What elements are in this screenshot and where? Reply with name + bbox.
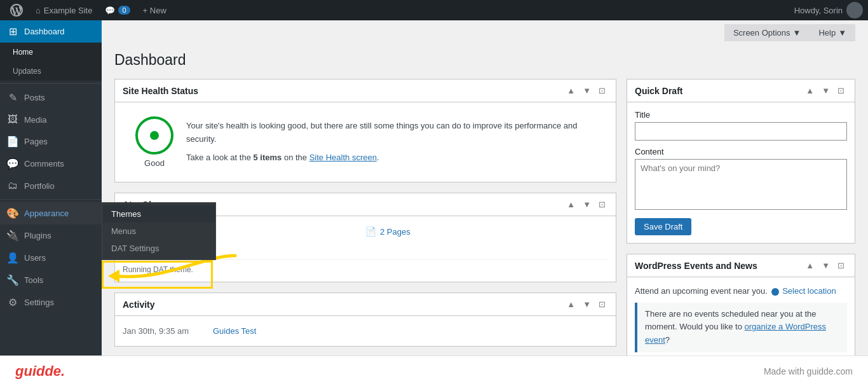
select-location-link[interactable]: Select location: [782, 286, 836, 296]
wp-events-body: Attend an upcoming event near you. Selec…: [627, 277, 855, 360]
pages-icon: 📄: [6, 135, 19, 148]
activity-box: Activity ▲ ▼ ⊡ Jan 30th, 9:35 am Guides …: [114, 293, 616, 347]
wp-events-box: WordPress Events and News ▲ ▼ ⊡ Attend a…: [627, 254, 855, 361]
help-arrow: ▼: [838, 28, 846, 38]
admin-bar: ⌂ Example Site 💬 0 + New Howdy, Sorin: [0, 0, 868, 20]
events-collapse-up[interactable]: ▲: [803, 259, 817, 272]
activity-toggle[interactable]: ⊡: [596, 298, 608, 310]
pages-glance-icon: 📄: [365, 226, 376, 237]
sidebar: ⊞ Dashboard Home Updates ✎ Posts: [0, 20, 102, 386]
site-health-header: Site Health Status ▲ ▼ ⊡: [115, 79, 616, 102]
appearance-submenu: Themes Menus DAT Settings: [102, 202, 216, 260]
health-circle-wrap: Good: [123, 110, 186, 174]
health-circle-inner: [150, 131, 159, 140]
dashboard-columns: Site Health Status ▲ ▼ ⊡: [114, 79, 855, 361]
content-label: Content: [635, 147, 847, 156]
activity-collapse-up[interactable]: ▲: [564, 298, 578, 310]
events-intro: Attend an upcoming event near you. Selec…: [635, 285, 847, 298]
quick-draft-title: Quick Draft: [635, 86, 682, 96]
health-message: Your site's health is looking good, but …: [186, 120, 608, 146]
site-name-menu[interactable]: ⌂ Example Site: [31, 0, 97, 20]
activity-title: Activity: [123, 300, 155, 310]
title-label: Title: [635, 110, 847, 120]
activity-controls: ▲ ▼ ⊡: [564, 298, 608, 310]
save-draft-button[interactable]: Save Draft: [635, 218, 691, 235]
sidebar-item-home[interactable]: Home: [0, 43, 102, 62]
sidebar-item-pages[interactable]: 📄 Pages: [0, 130, 102, 153]
qdraft-collapse-down[interactable]: ▼: [819, 85, 832, 97]
screen-options-button[interactable]: Screen Options ▼: [724, 24, 810, 41]
toggle-btn[interactable]: ⊡: [596, 85, 608, 97]
main-content: Screen Options ▼ Help ▼ Dashboard Site H…: [102, 20, 868, 386]
health-row: Good Your site's health is looking good,…: [123, 110, 608, 174]
draft-content-textarea[interactable]: [635, 159, 847, 210]
wp-events-controls: ▲ ▼ ⊡: [803, 259, 847, 272]
comment-count-badge: 0: [118, 6, 130, 15]
help-button[interactable]: Help ▼: [810, 24, 855, 41]
glance-collapse-up[interactable]: ▲: [564, 198, 578, 210]
glance-collapse-down[interactable]: ▼: [580, 198, 593, 210]
sidebar-item-plugins[interactable]: 🔌 Plugins: [0, 224, 102, 247]
wp-events-title: WordPress Events and News: [635, 261, 757, 271]
sidebar-item-users[interactable]: 👤 Users: [0, 247, 102, 269]
wp-events-header: WordPress Events and News ▲ ▼ ⊡: [627, 254, 855, 277]
qdraft-toggle[interactable]: ⊡: [835, 85, 847, 97]
sidebar-item-dashboard[interactable]: ⊞ Dashboard: [0, 20, 102, 43]
adminbar-right: Howdy, Sorin: [794, 2, 863, 18]
submenu-item-dat-settings[interactable]: DAT Settings: [102, 240, 215, 257]
no-events-box: There are no events scheduled near you a…: [635, 303, 847, 352]
sidebar-item-comments[interactable]: 💬 Comments: [0, 153, 102, 175]
activity-post-link[interactable]: Guides Test: [213, 326, 256, 336]
user-avatar[interactable]: [846, 2, 863, 18]
page-title: Dashboard: [114, 52, 855, 69]
users-icon: 👤: [6, 252, 19, 264]
at-a-glance-controls: ▲ ▼ ⊡: [564, 198, 608, 210]
health-status-label: Good: [144, 158, 165, 168]
quick-draft-controls: ▲ ▼ ⊡: [803, 85, 847, 97]
health-circle: [135, 116, 173, 155]
sidebar-item-portfolio[interactable]: 🗂 Portfolio: [0, 175, 102, 196]
site-health-box: Site Health Status ▲ ▼ ⊡: [114, 79, 616, 183]
submenu-item-menus[interactable]: Menus: [102, 223, 215, 240]
guidde-tagline: Made with guidde.com: [764, 366, 853, 376]
new-content-menu[interactable]: + New: [138, 0, 172, 20]
guidde-logo: guidde.: [15, 363, 65, 380]
tools-icon: 🔧: [6, 274, 19, 286]
comments-menu[interactable]: 💬 0: [100, 0, 135, 20]
site-health-link[interactable]: Site Health screen: [309, 153, 377, 162]
sidebar-item-tools[interactable]: 🔧 Tools: [0, 269, 102, 291]
comments-icon: 💬: [6, 158, 19, 170]
activity-body: Jan 30th, 9:35 am Guides Test: [115, 316, 616, 346]
events-collapse-down[interactable]: ▼: [819, 259, 832, 272]
activity-header: Activity ▲ ▼ ⊡: [115, 293, 616, 316]
wp-logo-menu[interactable]: [5, 0, 28, 20]
activity-item: Jan 30th, 9:35 am Guides Test: [123, 324, 608, 338]
draft-title-input[interactable]: [635, 122, 847, 141]
dashboard-icon: ⊞: [6, 25, 19, 38]
sidebar-item-media[interactable]: 🖼 Media: [0, 109, 102, 130]
sidebar-item-settings[interactable]: ⚙ Settings: [0, 291, 102, 314]
screen-options-arrow: ▼: [793, 28, 801, 38]
activity-collapse-down[interactable]: ▼: [580, 298, 593, 310]
quick-draft-body: Title Content Save Draft: [627, 102, 855, 243]
glance-wp-info: Running DAT theme.: [123, 259, 608, 274]
right-column: Quick Draft ▲ ▼ ⊡ Title Content: [627, 79, 855, 361]
sidebar-item-appearance[interactable]: 🎨 Appearance Themes Menus DAT Settings: [0, 202, 102, 224]
glance-toggle[interactable]: ⊡: [596, 198, 608, 210]
home-icon: ⌂: [36, 6, 41, 15]
events-toggle[interactable]: ⊡: [835, 259, 847, 272]
sidebar-item-updates[interactable]: Updates: [0, 62, 102, 81]
qdraft-collapse-up[interactable]: ▲: [803, 85, 817, 97]
glance-pages[interactable]: 📄 2 Pages: [365, 224, 608, 239]
submenu-item-themes[interactable]: Themes: [102, 205, 215, 223]
collapse-up-btn[interactable]: ▲: [564, 85, 578, 97]
collapse-down-btn[interactable]: ▼: [580, 85, 593, 97]
site-health-controls: ▲ ▼ ⊡: [564, 85, 608, 97]
site-health-body: Good Your site's health is looking good,…: [115, 102, 616, 182]
page-wrap: Dashboard Site Health Status ▲ ▼ ⊡: [102, 45, 868, 373]
quick-draft-box: Quick Draft ▲ ▼ ⊡ Title Content: [627, 79, 855, 244]
appearance-icon: 🎨: [6, 207, 19, 219]
sidebar-item-posts[interactable]: ✎ Posts: [0, 86, 102, 109]
health-cta: Take a look at the 5 items on the Site H…: [186, 151, 608, 165]
site-health-title: Site Health Status: [123, 86, 198, 96]
